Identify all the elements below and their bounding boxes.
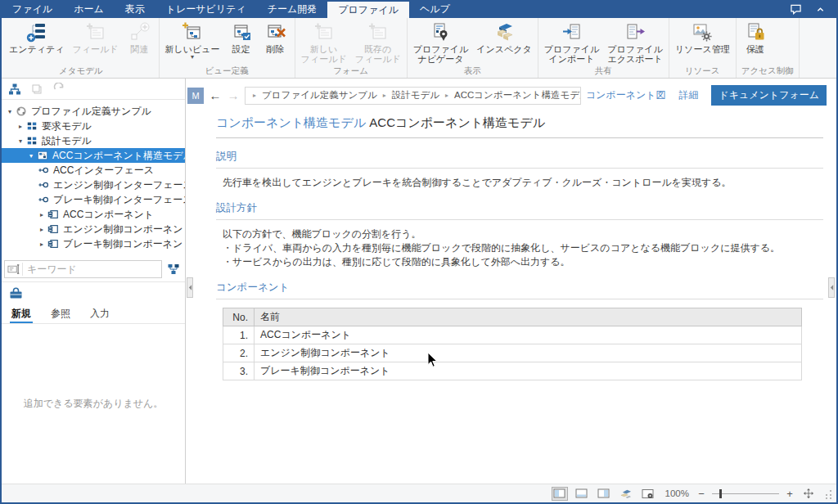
ribbon-button-既存のフィールド: 既存のフィールド <box>351 20 405 65</box>
back-icon[interactable]: ← <box>209 88 222 102</box>
tree-item-ACCコンポーネント構造モデル[interactable]: ▾ACCコンポーネント構造モデル <box>2 148 185 163</box>
toolbox-icon[interactable] <box>9 287 23 299</box>
palette-empty-message: 追加できる要素がありません。 <box>24 397 164 411</box>
ribbon-button-設定[interactable]: 設定 <box>224 20 259 65</box>
layout-horizontal-split-button[interactable] <box>574 487 590 501</box>
ribbon-button-フィールド: フィールド <box>69 20 123 65</box>
table-cell-name[interactable]: ACCコンポーネント <box>255 326 802 344</box>
zoom-in-button[interactable]: + <box>785 488 795 500</box>
chevron-right-icon[interactable]: ▸ <box>16 123 25 130</box>
tree-item-label: エンジン制御コンポーネント <box>63 223 185 236</box>
view-link-component-diagram[interactable]: コンポーネント図 <box>586 88 666 102</box>
section-paragraph: ・ドライバ、車両からの入力を種別毎に機能ブロックで段階的に抽象化し、サービスのコ… <box>216 241 823 255</box>
ribbon-group-label: 共有 <box>540 65 667 78</box>
inspector-icon[interactable] <box>618 487 634 501</box>
feedback-icon[interactable] <box>789 3 802 15</box>
field-new-icon <box>313 21 335 43</box>
resize-grip[interactable] <box>822 488 832 499</box>
tree-item-エンジン制御インターフェース[interactable]: エンジン制御インターフェース <box>2 178 185 192</box>
section-heading: コンポーネント <box>216 281 823 299</box>
ribbon-group-label: アクセス制御 <box>738 65 797 78</box>
tree-item-label: ブレーキ制御インターフェース <box>53 193 185 207</box>
tree-item-label: ACCインターフェース <box>53 164 154 178</box>
ribbon-button-インスペクタ[interactable]: インスペクタ <box>472 20 536 65</box>
breadcrumb-item[interactable]: プロファイル定義サンプル <box>262 89 377 101</box>
tree-item-ブレーキ制御インターフェース[interactable]: ブレーキ制御インターフェース <box>2 192 185 207</box>
chevron-down-icon[interactable]: ▾ <box>16 137 25 145</box>
chevron-right-icon[interactable]: ▸ <box>37 211 47 218</box>
menu-tab-トレーサビリティ[interactable]: トレーサビリティ <box>155 0 257 18</box>
inspector-icon <box>493 21 515 43</box>
palette-tab-参照[interactable]: 参照 <box>49 304 72 323</box>
collapse-left-panel-handle[interactable] <box>187 277 193 298</box>
keyword-search-input[interactable] <box>23 263 161 275</box>
menubar-right <box>789 0 836 18</box>
document-form-content: M ← → ▸プロファイル定義サンプル▸設計モデル▸ACCコンポーネント構造モデ… <box>186 79 836 484</box>
pan-icon[interactable] <box>800 487 817 501</box>
palette-tab-新規[interactable]: 新規 <box>10 304 33 323</box>
zoom-out-button[interactable]: − <box>696 488 706 500</box>
tree-item-要求モデル[interactable]: ▸要求モデル <box>2 119 185 133</box>
layout-vertical-split-button[interactable] <box>596 487 612 501</box>
ribbon-group: 保護アクセス制御 <box>737 18 800 78</box>
chevron-down-icon[interactable]: ▾ <box>5 108 15 115</box>
tree-item-ACCコンポーネント[interactable]: ▸ACCコンポーネント <box>2 207 185 222</box>
ribbon-button-プロファイルエクスポート[interactable]: プロファイルエクスポート <box>603 20 667 65</box>
view-link-detail[interactable]: 詳細 <box>678 88 698 102</box>
collapse-ribbon-icon[interactable] <box>813 3 827 15</box>
zoom-slider-thumb[interactable] <box>719 489 722 498</box>
breadcrumb-item[interactable]: 設計モデル <box>392 89 439 101</box>
ribbon-button-新しいビュー[interactable]: 新しいビュー▾ <box>161 20 224 65</box>
ribbon-group-label: ビュー定義 <box>161 65 293 78</box>
ribbon-button-リソース管理[interactable]: リソース管理 <box>671 20 734 65</box>
menu-tab-ファイル[interactable]: ファイル <box>2 0 63 18</box>
text-input-icon <box>5 263 23 276</box>
sidebar-toolbar <box>2 79 185 100</box>
chevron-down-icon[interactable]: ▾ <box>26 152 36 160</box>
collapse-right-panel-handle[interactable] <box>828 277 835 298</box>
forward-icon[interactable]: → <box>227 88 240 102</box>
ribbon-group-label: メタモデル <box>5 65 157 78</box>
palette-tabs: 新規参照入力 <box>2 304 185 324</box>
title-rule <box>216 137 823 138</box>
ribbon-button-プロファイルナビゲータ[interactable]: プロファイルナビゲータ <box>409 20 473 65</box>
zoom-slider[interactable] <box>712 488 779 499</box>
menu-tab-ホーム[interactable]: ホーム <box>63 0 115 18</box>
model-type-label: コンポーネント構造モデル <box>216 115 366 129</box>
view-delete-icon <box>265 21 286 43</box>
tree-item-ACCインターフェース[interactable]: ACCインターフェース <box>2 163 185 178</box>
menu-tab-ヘルプ[interactable]: ヘルプ <box>409 0 461 18</box>
ribbon-button-保護[interactable]: 保護 <box>738 20 773 65</box>
palette-tab-入力[interactable]: 入力 <box>88 304 111 323</box>
profile-import-icon <box>561 21 583 43</box>
tree-item-プロファイル定義サンプル[interactable]: ▾プロファイル定義サンプル <box>2 104 185 119</box>
menu-tab-プロファイル[interactable]: プロファイル <box>327 2 409 18</box>
view-new-icon <box>182 21 203 43</box>
chevron-right-icon[interactable]: ▸ <box>37 226 47 233</box>
table-cell-name[interactable]: エンジン制御コンポーネント <box>255 344 802 362</box>
component-icon <box>47 209 60 220</box>
model-tree: ▾プロファイル定義サンプル▸要求モデル▾設計モデル▾ACCコンポーネント構造モデ… <box>2 100 185 257</box>
table-cell-name[interactable]: ブレーキ制御コンポーネント <box>255 362 802 380</box>
model-structure-icon[interactable] <box>8 83 21 96</box>
panel-toggle-icon[interactable] <box>640 487 656 501</box>
view-button-document-form[interactable]: ドキュメントフォーム <box>711 85 827 106</box>
ribbon-button-エンティティ[interactable]: エンティティ <box>5 20 69 65</box>
ribbon-button-プロファイルインポート[interactable]: プロファイルインポート <box>540 20 604 65</box>
ribbon-button-削除[interactable]: 削除 <box>259 20 293 65</box>
menu-tab-チーム開発[interactable]: チーム開発 <box>257 0 328 18</box>
ribbon-group: エンティティフィールド関連メタモデル <box>3 18 160 78</box>
tree-item-設計モデル[interactable]: ▾設計モデル <box>2 133 185 148</box>
zoom-slider-track[interactable] <box>712 493 779 494</box>
tree-item-ブレーキ制御コンポーネント[interactable]: ▸ブレーキ制御コンポーネント <box>2 236 185 251</box>
tree-item-エンジン制御コンポーネント[interactable]: ▸エンジン制御コンポーネント <box>2 222 185 236</box>
chevron-right-icon[interactable]: ▸ <box>37 241 47 248</box>
chevron-down-icon[interactable]: ▾ <box>191 54 194 61</box>
filter-model-icon[interactable] <box>165 263 182 276</box>
menu-tab-表示[interactable]: 表示 <box>115 0 155 18</box>
layout-single-pane-button[interactable] <box>552 487 568 501</box>
breadcrumb-item[interactable]: ACCコンポーネント構造モデル <box>454 89 581 101</box>
section-paragraph: ・サービスからの出力は、種別に応じて段階的に具象化して外部へ出力する。 <box>216 255 823 269</box>
section-heading: 説明 <box>216 150 823 169</box>
search-box <box>4 260 162 278</box>
